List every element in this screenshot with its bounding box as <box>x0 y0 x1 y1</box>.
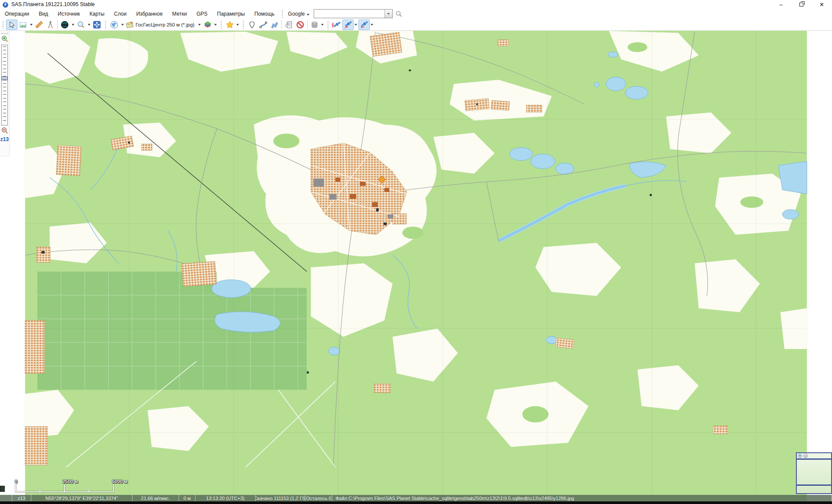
add-placemark-button[interactable] <box>246 20 258 30</box>
ruler-icon <box>35 20 43 29</box>
zoom-panel-grip[interactable] <box>1 33 8 34</box>
favorites-button[interactable] <box>224 20 235 30</box>
main-toolbar: ГосГисЦентр 250 м (*.jpg) <box>0 19 832 31</box>
layers-button[interactable] <box>202 20 213 30</box>
globe-icon <box>110 20 119 29</box>
zoom-out-button[interactable] <box>0 126 9 135</box>
map-globe-dropdown[interactable] <box>120 20 125 30</box>
map-dense-forest <box>37 271 318 390</box>
status-downloaded: Скачано 111153 (1,2 Гб) <box>255 495 305 501</box>
search-provider-label: Google <box>288 11 305 17</box>
search-provider-dropdown[interactable]: Google <box>285 10 310 18</box>
pan-tool-button[interactable] <box>6 20 17 30</box>
cache-button[interactable] <box>309 20 320 30</box>
status-resolution: 21,66 м/пикс. <box>133 495 179 501</box>
chevron-down-icon <box>387 13 390 15</box>
minimap-zoom-in-button[interactable]: + <box>798 454 802 458</box>
status-zoom: z13 <box>12 495 31 501</box>
menu-settings[interactable]: Параметры <box>212 10 250 18</box>
chevron-down-icon <box>72 24 74 26</box>
star-icon <box>225 20 234 29</box>
search-input[interactable] <box>314 10 385 18</box>
menu-help[interactable]: Помощь <box>249 10 279 18</box>
toolbar-grip[interactable] <box>221 21 222 29</box>
hide-placemarks-button[interactable] <box>295 20 306 30</box>
menu-maps[interactable]: Карты <box>85 10 109 18</box>
restore-button[interactable] <box>791 0 812 9</box>
search-icon[interactable] <box>395 10 402 17</box>
polygon-ribbon-icon <box>270 20 279 29</box>
selection-icon <box>19 20 27 29</box>
gps-satellite-arrow-icon <box>343 20 353 30</box>
scale-label-mid: 2500 м <box>63 479 78 484</box>
map-source-button[interactable]: ГосГисЦентр 250 м (*.jpg) <box>125 20 197 30</box>
cursor-icon <box>7 20 16 29</box>
gps-connect-button[interactable] <box>331 20 342 30</box>
separator <box>57 20 58 29</box>
layers-icon <box>203 20 212 29</box>
menu-layers[interactable]: Слои <box>109 10 131 18</box>
zoom-box-dropdown[interactable] <box>86 20 91 30</box>
fullscreen-icon <box>93 20 101 29</box>
menu-favorites[interactable]: Избранное <box>131 10 167 18</box>
menu-placemarks[interactable]: Метки <box>167 10 192 18</box>
status-bar: z13 N55°28'29,1379" E39°22'11,3374" 21,6… <box>0 495 832 501</box>
map-source-dropdown[interactable] <box>197 20 202 30</box>
placemark-manager-button[interactable] <box>283 20 295 30</box>
chevron-down-icon <box>307 14 309 16</box>
gps-follow-button[interactable] <box>342 20 354 30</box>
placemark-pin-icon <box>248 20 256 29</box>
map-sheet-icon <box>126 20 134 29</box>
minimize-button[interactable]: – <box>771 0 791 9</box>
close-icon: ✕ <box>819 1 824 8</box>
menu-gps[interactable]: GPS <box>192 10 212 18</box>
toolbar-grip[interactable] <box>282 10 283 18</box>
menu-operations[interactable]: Операции <box>0 10 34 18</box>
map-base-layer <box>25 31 807 504</box>
search-history-dropdown[interactable] <box>385 10 392 18</box>
layers-dropdown[interactable] <box>213 20 218 30</box>
gps-satellite-track-icon <box>359 20 369 30</box>
gps-track-button[interactable] <box>358 20 370 30</box>
zoom-box-button[interactable] <box>75 20 86 30</box>
map-globe-button[interactable] <box>109 20 120 30</box>
scale-bar: 0 2500 м 5000 м <box>15 479 145 494</box>
gps-track-dropdown[interactable] <box>370 20 375 30</box>
minimap-zoom-out-button[interactable]: − <box>803 454 808 458</box>
separator <box>282 20 282 29</box>
fullscreen-button[interactable] <box>91 20 103 30</box>
menu-view[interactable]: Вид <box>34 10 53 18</box>
placemark-list-icon <box>285 20 293 29</box>
search-combobox <box>314 9 393 18</box>
scale-label-start: 0 <box>15 479 17 484</box>
menu-source[interactable]: Источник <box>53 10 85 18</box>
gps-follow-dropdown[interactable] <box>354 20 358 30</box>
close-button[interactable]: ✕ <box>812 0 832 9</box>
toolbar-grip[interactable] <box>105 21 106 29</box>
selection-tool-button[interactable] <box>17 20 29 30</box>
chevron-down-icon <box>371 24 373 26</box>
zoom-in-button[interactable] <box>0 35 9 43</box>
no-entry-icon <box>296 20 305 29</box>
app-logo-icon <box>2 1 9 8</box>
zoom-slider-handle[interactable] <box>2 76 7 80</box>
ruler-tool-button[interactable] <box>33 20 45 30</box>
toolbar-grip[interactable] <box>243 21 244 29</box>
selection-tool-dropdown[interactable] <box>29 20 33 30</box>
add-path-button[interactable] <box>258 20 269 30</box>
zoom-slider[interactable] <box>1 45 8 125</box>
add-polygon-button[interactable] <box>269 20 280 30</box>
toolbar-grip[interactable] <box>3 21 3 29</box>
chevron-down-icon <box>121 24 124 26</box>
toolbar-grip[interactable] <box>328 21 328 29</box>
chevron-down-icon <box>236 24 239 26</box>
show-full-map-dropdown[interactable] <box>70 20 75 30</box>
distance-tool-button[interactable] <box>45 20 56 30</box>
minimap-view[interactable] <box>797 460 831 484</box>
cache-dropdown[interactable] <box>320 20 325 30</box>
favorites-dropdown[interactable] <box>235 20 240 30</box>
zoom-slider-ticks <box>3 46 6 124</box>
minimize-icon: – <box>779 1 782 8</box>
show-full-map-button[interactable] <box>59 20 70 30</box>
map-canvas[interactable] <box>0 31 832 504</box>
